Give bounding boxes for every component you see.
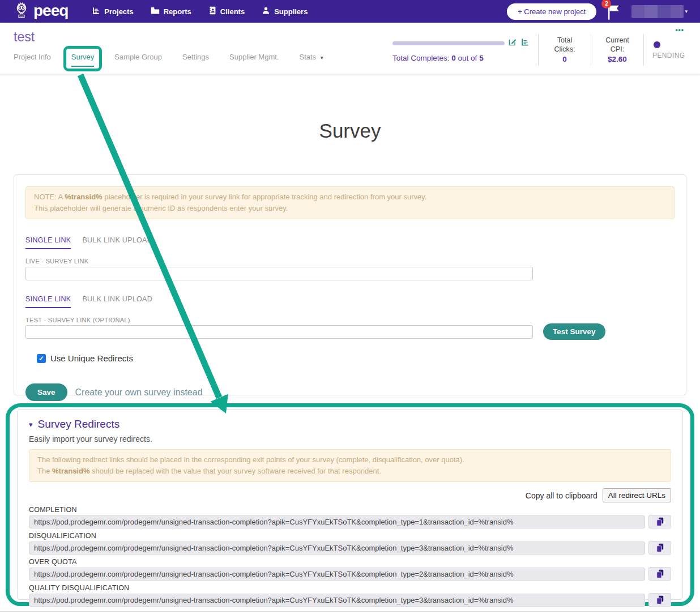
redirects-note: The following redirect links should be p…	[29, 449, 671, 482]
create-own-survey-link[interactable]: Create your own survey instead	[75, 387, 203, 398]
tab-supplier-mgmt[interactable]: Supplier Mgmt.	[229, 53, 279, 66]
notifications-flag[interactable]: 2	[605, 3, 622, 19]
test-survey-button[interactable]: Test Survey	[543, 323, 605, 340]
copy-icon	[655, 543, 665, 553]
project-status-block: PENDING	[652, 40, 689, 59]
person-icon	[262, 6, 270, 16]
page: peeq Projects Report	[0, 0, 700, 614]
completes-progress-bar	[392, 41, 505, 45]
redirect-row	[29, 541, 671, 555]
redirect-row	[29, 593, 671, 607]
current-cpi-block: Current CPI: $2.60	[600, 36, 635, 63]
nav-label: Clients	[220, 7, 245, 16]
live-link-tabs: SINGLE LINK BULK LINK UPLOAD	[25, 236, 675, 249]
current-cpi-value: $2.60	[600, 55, 635, 63]
total-completes-block: Total Completes: 0 out of 5	[392, 37, 530, 62]
use-unique-redirects-label: Use Unique Redirects	[50, 353, 133, 363]
tab-bulk-link-upload-test[interactable]: BULK LINK UPLOAD	[82, 295, 152, 308]
flag-icon	[605, 12, 622, 22]
divider	[591, 34, 591, 66]
live-survey-link-input[interactable]	[25, 267, 533, 280]
completes-chart-icon[interactable]	[520, 37, 530, 49]
folder-icon	[151, 7, 160, 16]
survey-redirects-subtitle: Easily import your survey redirects.	[29, 434, 671, 444]
tab-project-info[interactable]: Project Info	[14, 53, 51, 66]
redirect-label-over-quota: OVER QUOTA	[29, 558, 671, 566]
copy-icon	[655, 517, 665, 527]
user-name-redacted	[631, 5, 684, 18]
brand-logo[interactable]: peeq	[12, 1, 68, 22]
test-survey-link-input[interactable]	[25, 325, 533, 339]
redirect-label-disqualification: DISQUALIFICATION	[29, 532, 671, 540]
top-navbar: peeq Projects Report	[0, 0, 700, 23]
navbar-right: + Create new project 2 ▾	[507, 3, 688, 20]
main-nav: Projects Reports	[92, 6, 308, 16]
create-new-project-button[interactable]: + Create new project	[507, 3, 596, 20]
tab-single-link-test[interactable]: SINGLE LINK	[25, 295, 71, 308]
nav-item-reports[interactable]: Reports	[151, 6, 191, 16]
tab-sample-group[interactable]: Sample Group	[114, 53, 162, 66]
survey-redirects-title: Survey Redirects	[38, 418, 120, 430]
redirect-label-completion: COMPLETION	[29, 506, 671, 514]
checkbox-checked-icon[interactable]: ✓	[37, 354, 46, 363]
use-unique-redirects-checkbox-row[interactable]: ✓ Use Unique Redirects	[37, 353, 675, 363]
address-book-icon	[208, 6, 216, 16]
tab-settings[interactable]: Settings	[182, 53, 209, 66]
user-menu[interactable]: ▾	[631, 5, 688, 18]
copy-all-label: Copy all to clipboard	[526, 491, 597, 500]
project-header: test Project Info Survey Sample Group Se…	[0, 23, 700, 74]
live-survey-link-label: LIVE - SURVEY LINK	[25, 258, 675, 265]
edit-target-icon[interactable]	[508, 37, 517, 49]
redirects-annotation-ring: ▾ Survey Redirects Easily import your su…	[6, 403, 694, 606]
tab-stats[interactable]: Stats ▾	[299, 53, 323, 66]
total-clicks-value: 0	[547, 55, 582, 63]
all-redirect-urls-button[interactable]: All redirect URLs	[603, 488, 671, 502]
over-quota-url-input[interactable]	[29, 568, 645, 581]
copy-button[interactable]	[648, 593, 671, 607]
tab-stats-label: Stats	[299, 53, 316, 61]
disqualification-url-input[interactable]	[29, 541, 645, 555]
caret-down-icon: ▾	[321, 54, 323, 61]
total-completes-text: Total Completes: 0 out of 5	[392, 54, 530, 62]
status-badge: PENDING	[652, 52, 689, 59]
nav-item-clients[interactable]: Clients	[208, 6, 245, 16]
redirect-row	[29, 567, 671, 581]
save-button[interactable]: Save	[25, 383, 67, 401]
brand-wordmark: peeq	[33, 3, 68, 20]
redirect-row	[29, 515, 671, 528]
copy-button[interactable]	[648, 541, 671, 555]
survey-link-card: NOTE: A %transid% placeholder is require…	[14, 174, 686, 395]
tab-single-link-live[interactable]: SINGLE LINK	[25, 236, 71, 249]
survey-redirects-header[interactable]: ▾ Survey Redirects	[29, 418, 671, 430]
quality-disqualification-url-input[interactable]	[29, 594, 645, 607]
status-dot-icon	[654, 41, 660, 48]
nav-label: Suppliers	[274, 7, 308, 16]
bar-chart-icon	[92, 6, 100, 16]
divider	[643, 34, 644, 66]
nav-item-projects[interactable]: Projects	[92, 6, 133, 16]
caret-down-icon: ▾	[29, 420, 33, 429]
nav-label: Projects	[104, 7, 133, 16]
completes-target: 5	[479, 54, 484, 62]
completes-value: 0	[451, 54, 456, 62]
copy-button[interactable]	[648, 567, 671, 581]
total-clicks-block: Total Clicks: 0	[547, 36, 582, 63]
page-bottom-divider	[0, 611, 700, 612]
completion-url-input[interactable]	[29, 515, 645, 528]
copy-button[interactable]	[648, 515, 671, 528]
project-stats-cluster: •••	[392, 34, 689, 66]
test-link-tabs: SINGLE LINK BULK LINK UPLOAD	[25, 295, 675, 308]
more-options-button[interactable]: •••	[675, 26, 684, 34]
nav-item-suppliers[interactable]: Suppliers	[262, 6, 308, 16]
tab-bulk-link-upload-live[interactable]: BULK LINK UPLOAD	[82, 236, 152, 249]
total-clicks-label: Total Clicks:	[547, 36, 582, 54]
tab-survey-label: Survey	[71, 53, 94, 61]
divider	[538, 34, 539, 66]
caret-down-icon: ▾	[685, 8, 688, 14]
copy-icon	[655, 595, 665, 605]
copy-icon	[655, 569, 665, 579]
test-survey-link-label: TEST - SURVEY LINK (OPTIONAL)	[25, 317, 675, 323]
tab-survey[interactable]: Survey	[71, 53, 94, 67]
nav-label: Reports	[164, 7, 191, 16]
page-title: Survey	[0, 120, 700, 142]
